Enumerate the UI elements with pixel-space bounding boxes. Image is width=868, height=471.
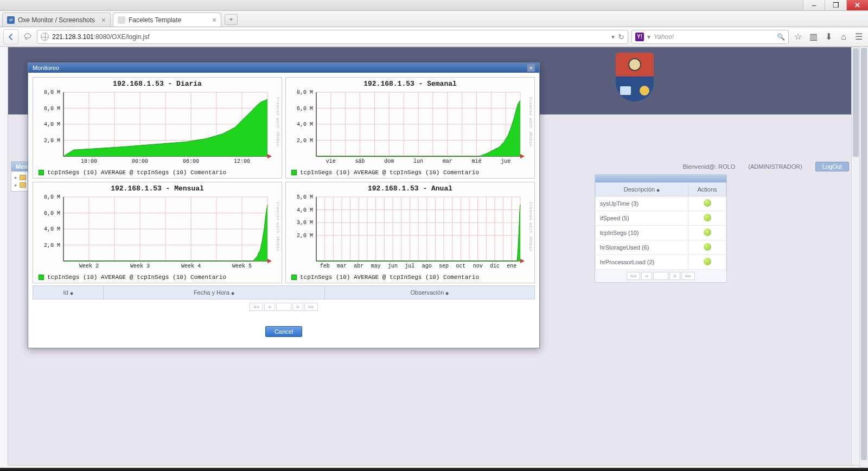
browser-tab[interactable]: sf Oxe Monitor / Screenshots × (2, 12, 111, 27)
cell-desc: hrProcessorLoad (2) (596, 255, 688, 270)
viewport-vertical-scrollbar[interactable] (859, 47, 868, 468)
logout-button[interactable]: LogOut (815, 162, 849, 171)
browser-navbar: 221.128.3.101:8080/OXE/login.jsf ▾ ↻ Y! … (0, 27, 868, 47)
chart-watermark: Created with JRobin (274, 80, 280, 164)
window-maximize-button[interactable]: ❐ (825, 0, 846, 10)
table-row[interactable]: tcpInSegs (10) (596, 226, 726, 240)
yahoo-icon: Y! (635, 33, 644, 41)
chart-title: 192.168.1.53 - Mensual (33, 182, 282, 193)
svg-text:2,0 M: 2,0 M (297, 138, 313, 144)
tab-title: Oxe Monitor / Screenshots (18, 16, 95, 24)
new-tab-button[interactable]: + (225, 14, 238, 25)
table-row[interactable]: ifSpeed (5) (596, 211, 726, 226)
svg-text:8,0 M: 8,0 M (297, 90, 313, 96)
cell-desc: tcpInSegs (10) (596, 226, 688, 240)
pager-next-button[interactable]: » (669, 272, 680, 280)
svg-text:vie: vie (326, 158, 336, 164)
table-row[interactable]: hrStorageUsed (6) (596, 240, 726, 255)
action-dot-icon[interactable] (704, 199, 711, 207)
col-descripcion[interactable]: Descripción ◆ (596, 183, 688, 196)
chart-weekly: 192.168.1.53 - SemanalCreated with JRobi… (285, 77, 535, 179)
chart-daily: 192.168.1.53 - DiariaCreated with JRobin… (33, 77, 282, 179)
tab-close-icon[interactable]: × (212, 16, 216, 24)
history-dropdown-icon[interactable]: ▾ (611, 33, 615, 41)
expand-icon: ▸ (15, 182, 17, 188)
search-placeholder: Yahoo! (654, 33, 674, 41)
modal-header[interactable]: Monitoreo × (28, 63, 539, 73)
svg-text:Week 4: Week 4 (181, 263, 201, 269)
col-observacion[interactable]: Observación ◆ (324, 286, 534, 300)
table-row[interactable]: hrProcessorLoad (2) (596, 255, 726, 270)
scrollbar-thumb[interactable] (853, 48, 859, 157)
observations-table: Id ◆ Fecha y Hora ◆ Observación ◆ (33, 285, 535, 300)
table-row[interactable]: sysUpTime (3) (596, 196, 726, 211)
chart-watermark: Created with JRobin (274, 184, 280, 269)
url-text: 221.128.3.101:8080/OXE/login.jsf (52, 33, 149, 41)
page-vertical-scrollbar[interactable] (851, 47, 860, 465)
svg-text:lun: lun (413, 158, 423, 164)
svg-text:4,0 M: 4,0 M (297, 122, 313, 128)
tab-close-icon[interactable]: × (101, 16, 106, 24)
os-taskbar[interactable] (0, 468, 868, 471)
svg-text:ene: ene (507, 263, 516, 269)
home-icon[interactable]: ⌂ (838, 31, 850, 43)
pager-first-button[interactable]: «« (250, 303, 263, 311)
cell-action[interactable] (688, 240, 726, 255)
action-dot-icon[interactable] (704, 243, 711, 251)
os-titlebar: – ❐ ✕ (0, 0, 868, 11)
folder-icon (20, 175, 26, 180)
modal-close-button[interactable]: × (527, 64, 535, 72)
col-fecha[interactable]: Fecha y Hora ◆ (104, 286, 325, 300)
cell-action[interactable] (688, 226, 726, 240)
data-panel-header (595, 175, 726, 182)
action-dot-icon[interactable] (704, 228, 711, 236)
svg-text:jul: jul (405, 263, 414, 269)
browser-tab[interactable]: Facelets Template × (113, 12, 221, 27)
chart-title: 192.168.1.53 - Diaria (33, 78, 282, 88)
svg-text:3,0 M: 3,0 M (297, 220, 313, 226)
cell-action[interactable] (688, 196, 726, 211)
action-dot-icon[interactable] (704, 214, 711, 221)
menu-icon[interactable]: ☰ (853, 31, 865, 43)
svg-marker-48 (520, 154, 525, 158)
search-bar[interactable]: Y! ▾ Yahoo! 🔍 (631, 30, 789, 44)
svg-text:18:00: 18:00 (81, 158, 97, 164)
chart-title: 192.168.1.53 - Anual (286, 182, 534, 193)
search-dropdown-icon[interactable]: ▾ (647, 33, 650, 41)
cancel-button[interactable]: Cancel (265, 326, 302, 337)
pager-prev-button[interactable]: « (641, 272, 652, 280)
library-icon[interactable]: ▥ (807, 31, 819, 43)
pager-next-button[interactable]: » (292, 303, 303, 311)
nav-back-button[interactable] (3, 29, 18, 44)
scrollbar-thumb[interactable] (861, 48, 867, 460)
col-actions[interactable]: Actions (688, 183, 726, 196)
obs-pager: «« « » »» (33, 300, 535, 314)
svg-text:4,0 M: 4,0 M (297, 207, 313, 213)
address-bar[interactable]: 221.128.3.101:8080/OXE/login.jsf ▾ ↻ (37, 30, 628, 44)
svg-text:sep: sep (439, 263, 449, 269)
cell-action[interactable] (688, 211, 726, 226)
nav-lasso-button[interactable] (22, 29, 34, 44)
svg-text:sáb: sáb (355, 158, 365, 164)
pager-last-button[interactable]: »» (304, 303, 318, 311)
svg-marker-76 (267, 259, 272, 263)
cell-action[interactable] (688, 255, 726, 270)
downloads-icon[interactable]: ⬇ (822, 31, 834, 43)
reload-icon[interactable]: ↻ (618, 33, 624, 41)
search-icon[interactable]: 🔍 (777, 33, 785, 41)
col-id[interactable]: Id ◆ (33, 286, 104, 300)
svg-text:Week 2: Week 2 (79, 263, 99, 269)
pager-page (653, 272, 668, 280)
bookmark-star-icon[interactable]: ☆ (792, 31, 804, 43)
data-panel: Descripción ◆ Actions sysUpTime (3)ifSpe… (595, 174, 727, 283)
monitoreo-modal: Monitoreo × 192.168.1.53 - DiariaCreated… (28, 62, 540, 348)
window-minimize-button[interactable]: – (803, 0, 825, 10)
arrow-left-icon (7, 33, 15, 41)
pager-last-button[interactable]: »» (681, 272, 695, 280)
svg-text:4,0 M: 4,0 M (44, 122, 60, 128)
action-dot-icon[interactable] (704, 258, 711, 265)
window-close-button[interactable]: ✕ (846, 0, 868, 10)
pager-first-button[interactable]: «« (627, 272, 640, 280)
pager-prev-button[interactable]: « (264, 303, 275, 311)
user-bar: Bienvenid@: ROLO (ADMINISTRADOR) LogOut (683, 160, 850, 173)
